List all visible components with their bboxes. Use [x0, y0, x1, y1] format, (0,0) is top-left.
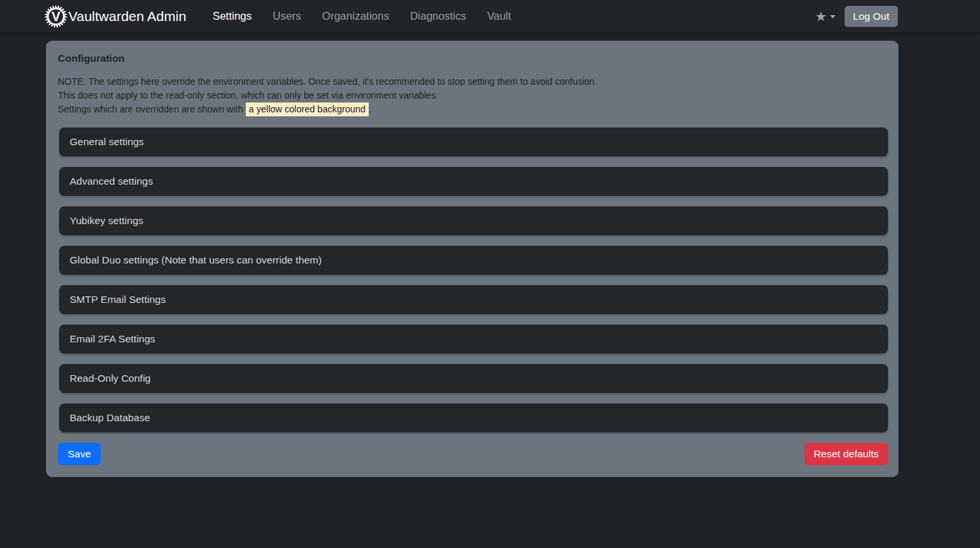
- card-title: Configuration: [58, 53, 886, 64]
- save-button[interactable]: Save: [58, 443, 101, 465]
- accordion-section-button[interactable]: Global Duo settings (Note that users can…: [59, 246, 888, 275]
- star-icon: ★: [815, 10, 827, 23]
- note-line-2: This does not apply to the read-only sec…: [58, 89, 886, 103]
- top-navbar: V Vaultwarden Admin SettingsUsersOrganiz…: [0, 0, 980, 32]
- card-actions: Save Reset defaults: [58, 443, 888, 465]
- accordion-section-button[interactable]: Read-Only Config: [59, 364, 888, 393]
- nav-link[interactable]: Settings: [202, 5, 262, 28]
- configuration-card: Configuration NOTE: The settings here ov…: [46, 41, 898, 477]
- accordion-section-button[interactable]: Email 2FA Settings: [59, 325, 888, 354]
- nav-link[interactable]: Vault: [477, 5, 521, 28]
- vaultwarden-gear-logo-icon: V: [45, 5, 67, 28]
- accordion-section-button[interactable]: Backup Database: [59, 403, 888, 432]
- nav-link[interactable]: Diagnostics: [400, 5, 477, 28]
- svg-text:V: V: [51, 9, 60, 24]
- brand-title: Vaultwarden Admin: [68, 9, 186, 24]
- theme-dropdown[interactable]: ★: [815, 10, 835, 23]
- chevron-down-icon: [830, 15, 835, 18]
- nav-link[interactable]: Organizations: [312, 5, 400, 28]
- note-line-3: Settings which are overridden are shown …: [58, 103, 886, 116]
- nav-links: SettingsUsersOrganizationsDiagnosticsVau…: [202, 5, 521, 28]
- accordion-section-button[interactable]: SMTP Email Settings: [59, 285, 888, 314]
- nav-link[interactable]: Users: [262, 5, 312, 28]
- brand[interactable]: V Vaultwarden Admin: [45, 5, 186, 28]
- settings-accordion: General settingsAdvanced settingsYubikey…: [58, 127, 886, 432]
- yellow-highlight: a yellow colored background: [246, 103, 369, 116]
- accordion-section-button[interactable]: Advanced settings: [59, 167, 888, 196]
- logout-button[interactable]: Log Out: [845, 6, 898, 27]
- note-line-1: NOTE: The settings here override the env…: [58, 75, 886, 89]
- note-text: NOTE: The settings here override the env…: [58, 75, 886, 116]
- accordion-section-button[interactable]: Yubikey settings: [59, 206, 888, 235]
- reset-defaults-button[interactable]: Reset defaults: [805, 443, 888, 465]
- accordion-section-button[interactable]: General settings: [59, 127, 888, 156]
